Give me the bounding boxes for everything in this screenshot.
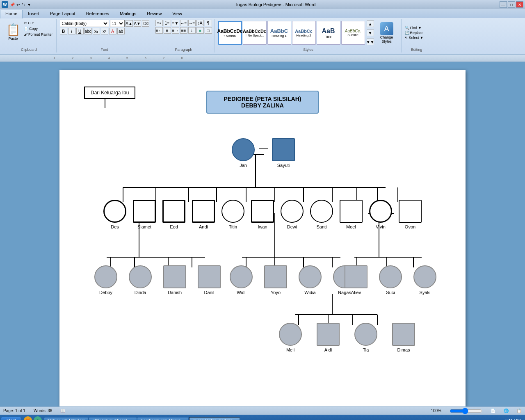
align-left-button[interactable]: ≡←: [155, 27, 163, 34]
clear-format-button[interactable]: ⌫: [142, 20, 149, 27]
person-tia: Tia: [354, 323, 377, 352]
des-symbol: [103, 200, 126, 223]
styles-more[interactable]: ▼▼: [367, 39, 374, 45]
view-web-button[interactable]: 🌐: [504, 409, 509, 413]
numbering-button[interactable]: 1≡: [164, 20, 171, 26]
yoyo-symbol: [264, 265, 287, 288]
gen3-right: Afiev Suci Syaki: [340, 265, 441, 295]
replace-button[interactable]: 🔄Replace: [405, 31, 429, 35]
title-bar: W 📌 ↩ ⮌ ▼ Tugas Biologi Pedigree - Micro…: [0, 0, 525, 9]
gen3-left: Debby Dinda Danish Danil: [90, 265, 225, 295]
format-painter-button[interactable]: 🖌Format Painter: [23, 32, 54, 37]
taskbar-email[interactable]: (212 belum dibaca) -...: [89, 418, 137, 420]
tab-view[interactable]: View: [167, 10, 187, 18]
border-button[interactable]: □: [205, 27, 212, 34]
style-heading1[interactable]: AaBbC Heading 1: [267, 21, 291, 45]
close-button[interactable]: ✕: [516, 1, 523, 8]
ie-icon[interactable]: e: [34, 416, 42, 420]
multilevel-button[interactable]: ≡▼: [172, 20, 179, 26]
pedigree-tree: Jan Sayuti Des Slamet: [86, 134, 439, 405]
style-heading2[interactable]: AaBbCc Heading 2: [292, 21, 316, 45]
font-size-select[interactable]: 11: [110, 20, 125, 27]
firefox-icon[interactable]: 🦊: [24, 416, 32, 420]
taskbar-pembangunan[interactable]: Pembangunan Masjid ...: [137, 418, 188, 420]
subscript-button[interactable]: x₂: [93, 28, 100, 34]
dewi-symbol: [281, 200, 304, 223]
clipboard-label: Clipboard: [2, 48, 56, 52]
spell-check-icon[interactable]: 📖: [60, 409, 65, 413]
widi-symbol: [230, 265, 253, 288]
style-normal[interactable]: AaBbCcDc ↑ Normal: [218, 21, 242, 45]
page: Dari Keluarga Ibu PEDIGREE (PETA SILSILA…: [59, 70, 466, 406]
bold-button[interactable]: B: [60, 28, 67, 34]
view-normal-button[interactable]: 📄: [491, 409, 495, 413]
style-no-spacing[interactable]: AaBbCcDc ↑ No Spaci...: [243, 21, 267, 45]
tab-mailings[interactable]: Mailings: [114, 10, 142, 18]
decrease-font-button[interactable]: A▼: [134, 20, 141, 27]
strikethrough-button[interactable]: abc: [84, 28, 92, 34]
ribbon-tabs: Home Insert Page Layout References Maili…: [0, 9, 525, 18]
person-jan: Jan: [232, 138, 255, 168]
line-spacing-button[interactable]: ↕: [188, 27, 196, 34]
santi-symbol: [310, 200, 333, 223]
shading-button[interactable]: ■: [196, 27, 204, 34]
suci-symbol: [379, 265, 402, 288]
bullets-button[interactable]: ≡•: [155, 20, 163, 26]
vivin-name: Vivin: [376, 224, 386, 229]
start-button[interactable]: start: [1, 417, 21, 420]
window-controls[interactable]: — □ ✕: [500, 1, 523, 8]
justify-button[interactable]: ≡≡: [180, 27, 187, 34]
style-title[interactable]: AaB Title: [317, 21, 340, 45]
titin-name: Titin: [229, 224, 237, 229]
increase-font-button[interactable]: A▲: [126, 20, 133, 27]
taskbar-time: 7:41 PM: [501, 418, 524, 420]
person-yoyo: Yoyo: [264, 265, 287, 295]
show-hide-button[interactable]: ¶: [205, 20, 212, 26]
taskbar-modem[interactable]: Mobinil USB Modem: [44, 418, 88, 420]
select-button[interactable]: ↖Select▼: [405, 36, 429, 40]
tab-references[interactable]: References: [81, 10, 114, 18]
superscript-button[interactable]: x²: [101, 28, 108, 34]
dari-text: Dari Keluarga Ibu: [84, 87, 135, 99]
styles-scroll-down[interactable]: ▼: [367, 30, 374, 36]
styles-scroll-up[interactable]: ▲: [367, 21, 374, 27]
dari-keluarga-box: Dari Keluarga Ibu: [84, 87, 135, 108]
maximize-button[interactable]: □: [508, 1, 515, 8]
person-widi: Widi: [230, 265, 253, 295]
zoom-slider[interactable]: [450, 408, 482, 414]
font-family-select[interactable]: Calibri (Body): [60, 20, 109, 27]
aldi-symbol: [317, 323, 340, 346]
increase-indent-button[interactable]: →≡: [188, 20, 196, 26]
person-suci: Suci: [379, 265, 402, 295]
person-sayuti: Sayuti: [272, 138, 295, 168]
minimize-button[interactable]: —: [500, 1, 507, 8]
decrease-indent-button[interactable]: ←≡: [180, 20, 187, 26]
font-color-button[interactable]: A: [109, 28, 116, 34]
view-layout-button[interactable]: 📋: [517, 409, 522, 413]
highlight-button[interactable]: ab: [117, 28, 125, 34]
italic-button[interactable]: I: [68, 28, 75, 34]
debby-symbol: [94, 265, 117, 288]
align-right-button[interactable]: ≡→: [172, 27, 179, 34]
change-styles-label: Change Styles: [377, 35, 397, 43]
sort-button[interactable]: ↕A: [196, 20, 204, 26]
tab-page-layout[interactable]: Page Layout: [45, 10, 81, 18]
editing-label: Editing: [402, 48, 431, 52]
taskbar-tugas[interactable]: Tugas Biologi Pedigre...: [189, 417, 240, 420]
copy-button[interactable]: 📄Copy: [23, 26, 54, 31]
underline-button[interactable]: U: [76, 28, 84, 34]
cut-button[interactable]: ✂Cut: [23, 21, 54, 25]
tab-home[interactable]: Home: [0, 10, 23, 18]
style-subtitle[interactable]: AaBbCc. Subtitle: [341, 21, 365, 45]
find-button[interactable]: 🔍Find▼: [405, 26, 429, 30]
andi-symbol: [192, 200, 215, 223]
tab-insert[interactable]: Insert: [23, 10, 45, 18]
tab-review[interactable]: Review: [142, 10, 167, 18]
person-syaki: Syaki: [413, 265, 436, 295]
paste-button[interactable]: 📋 Paste: [4, 20, 22, 43]
align-center-button[interactable]: ≡: [164, 27, 171, 34]
person-vivin: Vivin: [369, 200, 392, 229]
change-styles-button[interactable]: A Change Styles: [375, 22, 399, 43]
danil-symbol: [198, 265, 221, 288]
editing-group: 🔍Find▼ 🔄Replace ↖Select▼ Editing: [402, 19, 431, 52]
